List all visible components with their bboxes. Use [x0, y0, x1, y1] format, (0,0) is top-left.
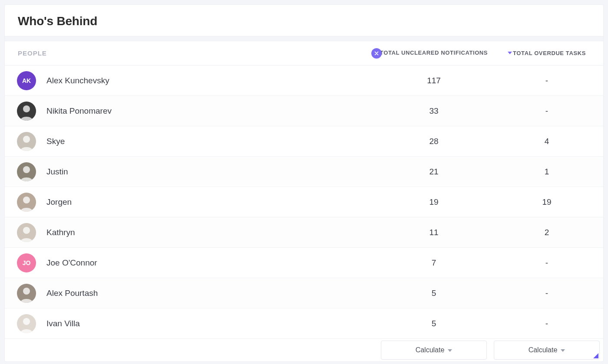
svg-point-13 [23, 318, 30, 325]
column-header-people-label: PEOPLE [18, 49, 47, 57]
cell-person: Nikita Ponomarev [5, 102, 377, 121]
calculate-button-notifications[interactable]: Calculate [381, 341, 487, 360]
avatar[interactable] [17, 162, 36, 181]
table-row[interactable]: Kathryn112 [5, 217, 603, 248]
calculate-cell-overdue: Calculate [490, 339, 603, 361]
table-rows: AKAlex Kunchevsky117-Nikita Ponomarev33-… [5, 66, 603, 339]
cell-person: Kathryn [5, 223, 377, 242]
header-gap [5, 36, 603, 41]
whos-behind-card: Who's Behind PEOPLE TOTAL UNCLEARED NOTI… [4, 4, 604, 362]
person-silhouette-icon [17, 284, 36, 303]
person-name: Nikita Ponomarev [46, 106, 112, 116]
cell-person: Jorgen [5, 193, 377, 212]
cell-overdue: 4 [490, 137, 603, 146]
avatar[interactable] [17, 314, 36, 333]
avatar[interactable] [17, 193, 36, 212]
column-header-notifications-label: TOTAL UNCLEARED NOTIFICATIONS [380, 49, 488, 56]
svg-point-3 [23, 136, 30, 143]
person-name: Ivan Villa [46, 319, 80, 328]
column-header-notifications[interactable]: TOTAL UNCLEARED NOTIFICATIONS [377, 49, 490, 56]
svg-point-1 [23, 105, 30, 112]
chevron-down-icon [448, 349, 452, 352]
person-name: Skye [46, 137, 65, 146]
table-row[interactable]: Justin211 [5, 157, 603, 187]
column-header-overdue-label: TOTAL OVERDUE TASKS [513, 50, 586, 56]
person-name: Alex Kunchevsky [46, 76, 109, 85]
svg-point-11 [23, 288, 30, 295]
avatar[interactable] [17, 284, 36, 303]
cell-notifications: 5 [377, 319, 490, 328]
cell-notifications: 19 [377, 197, 490, 207]
cell-notifications: 28 [377, 137, 490, 146]
person-name: Jorgen [46, 197, 72, 207]
chevron-down-icon [561, 349, 565, 352]
cell-person: Alex Pourtash [5, 284, 377, 303]
calculate-button-label: Calculate [529, 346, 558, 354]
calculate-cell-notifications: Calculate [377, 339, 490, 361]
person-name: Kathryn [46, 228, 75, 237]
cell-person: Ivan Villa [5, 314, 377, 333]
sort-indicator-icon [508, 52, 512, 54]
card-title: Who's Behind [5, 5, 603, 36]
avatar[interactable] [17, 132, 36, 151]
table-row[interactable]: Skye284 [5, 126, 603, 157]
table-header: PEOPLE TOTAL UNCLEARED NOTIFICATIONS TOT… [5, 41, 603, 66]
cell-person: JOJoe O'Connor [5, 253, 377, 272]
column-header-overdue[interactable]: TOTAL OVERDUE TASKS [490, 49, 603, 57]
cell-person: AKAlex Kunchevsky [5, 71, 377, 90]
calculate-button-overdue[interactable]: Calculate [494, 341, 600, 360]
person-silhouette-icon [17, 132, 36, 151]
column-header-people[interactable]: PEOPLE [5, 49, 377, 57]
cell-overdue: 19 [490, 197, 603, 207]
person-name: Justin [46, 167, 68, 177]
clear-column-icon[interactable] [371, 48, 382, 59]
table-row[interactable]: Ivan Villa5- [5, 308, 603, 339]
calculate-button-label: Calculate [416, 346, 445, 354]
cell-notifications: 11 [377, 228, 490, 237]
cell-person: Justin [5, 162, 377, 181]
cell-notifications: 5 [377, 289, 490, 298]
table-row[interactable]: Alex Pourtash5- [5, 278, 603, 308]
cell-notifications: 33 [377, 106, 490, 116]
cell-overdue: 1 [490, 167, 603, 177]
cell-overdue: - [490, 258, 603, 268]
cell-notifications: 7 [377, 258, 490, 268]
table-footer: Calculate Calculate [5, 339, 603, 361]
svg-point-9 [23, 227, 30, 234]
person-silhouette-icon [17, 193, 36, 212]
avatar[interactable]: JO [17, 253, 36, 272]
cell-person: Skye [5, 132, 377, 151]
cell-overdue: - [490, 289, 603, 298]
cell-overdue: - [490, 319, 603, 328]
person-silhouette-icon [17, 162, 36, 181]
avatar[interactable]: AK [17, 71, 36, 90]
table-row[interactable]: AKAlex Kunchevsky117- [5, 66, 603, 96]
person-silhouette-icon [17, 314, 36, 333]
svg-point-7 [23, 197, 30, 203]
footer-spacer [5, 339, 377, 361]
avatar[interactable] [17, 223, 36, 242]
avatar[interactable] [17, 102, 36, 121]
table-row[interactable]: Jorgen1919 [5, 187, 603, 217]
cell-overdue: - [490, 106, 603, 116]
svg-point-5 [23, 166, 30, 173]
cell-notifications: 117 [377, 76, 490, 85]
person-name: Joe O'Connor [46, 258, 97, 268]
table-row[interactable]: JOJoe O'Connor7- [5, 248, 603, 278]
cell-notifications: 21 [377, 167, 490, 177]
cell-overdue: - [490, 76, 603, 85]
person-silhouette-icon [17, 102, 36, 121]
table-row[interactable]: Nikita Ponomarev33- [5, 96, 603, 126]
person-name: Alex Pourtash [46, 289, 98, 298]
resize-handle-icon[interactable] [593, 353, 598, 358]
cell-overdue: 2 [490, 228, 603, 237]
person-silhouette-icon [17, 223, 36, 242]
x-icon [374, 51, 379, 56]
